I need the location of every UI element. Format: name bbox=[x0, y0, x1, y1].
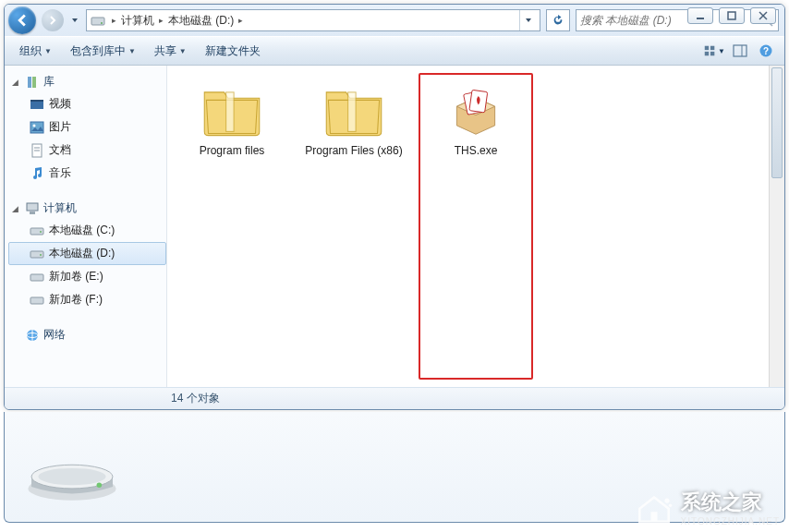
sidebar-item-label: 图片 bbox=[49, 119, 71, 135]
newfolder-label: 新建文件夹 bbox=[205, 43, 261, 59]
drive-icon bbox=[91, 13, 105, 28]
svg-rect-9 bbox=[710, 46, 714, 50]
svg-point-5 bbox=[101, 22, 103, 24]
navigation-pane: ◢库 视频 图片 文档 音乐 ◢计算机 本地磁盘 (C:) 本地磁盘 (D:) … bbox=[5, 66, 167, 387]
sidebar-item-drive-f[interactable]: 新加卷 (F:) bbox=[8, 288, 166, 311]
nav-forward-button[interactable] bbox=[42, 9, 64, 31]
svg-point-43 bbox=[97, 482, 103, 488]
document-icon bbox=[30, 143, 44, 158]
address-bar[interactable]: ▸ 计算机 ▸ 本地磁盘 (D:) ▸ bbox=[86, 9, 540, 31]
sidebar-item-label: 新加卷 (E:) bbox=[49, 269, 103, 284]
computer-icon bbox=[25, 201, 40, 216]
svg-rect-37 bbox=[348, 92, 357, 132]
include-label: 包含到库中 bbox=[70, 43, 126, 59]
file-label: Program files bbox=[200, 144, 265, 159]
organize-button[interactable]: 组织▼ bbox=[12, 40, 59, 63]
help-button[interactable]: ? bbox=[755, 40, 777, 62]
hdd-icon bbox=[30, 293, 44, 308]
sidebar-item-music[interactable]: 音乐 bbox=[8, 162, 166, 185]
svg-rect-17 bbox=[32, 77, 36, 88]
folder-icon bbox=[321, 79, 387, 140]
sidebar-item-drive-d[interactable]: 本地磁盘 (D:) bbox=[8, 242, 166, 265]
svg-rect-12 bbox=[734, 45, 747, 56]
maximize-button[interactable] bbox=[719, 7, 745, 24]
video-icon bbox=[30, 97, 44, 112]
minimize-button[interactable] bbox=[687, 7, 713, 24]
sidebar-item-label: 本地磁盘 (C:) bbox=[49, 223, 115, 238]
computer-node[interactable]: ◢计算机 bbox=[8, 198, 166, 219]
refresh-button[interactable] bbox=[546, 9, 570, 31]
status-bar: 14 个对象 bbox=[5, 387, 784, 409]
svg-rect-25 bbox=[27, 203, 38, 211]
file-label: THS.exe bbox=[455, 144, 498, 159]
sidebar-item-pictures[interactable]: 图片 bbox=[8, 115, 166, 139]
preview-pane-button[interactable] bbox=[729, 40, 751, 62]
content-pane: Program files Program Files (x86) bbox=[167, 66, 784, 387]
sidebar-item-documents[interactable]: 文档 bbox=[8, 139, 166, 162]
svg-rect-4 bbox=[91, 18, 104, 25]
breadcrumb-drive[interactable]: 本地磁盘 (D:) bbox=[166, 13, 236, 29]
svg-rect-0 bbox=[697, 18, 704, 19]
window-controls bbox=[687, 7, 776, 24]
svg-point-28 bbox=[40, 231, 42, 233]
sidebar-item-drive-e[interactable]: 新加卷 (E:) bbox=[8, 265, 166, 288]
close-button[interactable] bbox=[750, 7, 776, 24]
sidebar-item-label: 视频 bbox=[49, 96, 71, 112]
svg-rect-36 bbox=[226, 92, 235, 132]
folder-icon bbox=[199, 79, 265, 140]
address-row: ▸ 计算机 ▸ 本地磁盘 (D:) ▸ bbox=[5, 5, 784, 36]
file-item-folder[interactable]: Program files bbox=[175, 73, 289, 380]
network-label: 网络 bbox=[43, 327, 66, 343]
file-list[interactable]: Program files Program Files (x86) bbox=[167, 66, 784, 387]
svg-rect-27 bbox=[30, 228, 43, 235]
svg-text:?: ? bbox=[763, 46, 769, 56]
scrollbar-thumb[interactable] bbox=[771, 67, 783, 178]
svg-rect-8 bbox=[705, 46, 709, 50]
main-area: ◢库 视频 图片 文档 音乐 ◢计算机 本地磁盘 (C:) 本地磁盘 (D:) … bbox=[5, 66, 784, 387]
svg-point-21 bbox=[33, 124, 36, 127]
libraries-node[interactable]: ◢库 bbox=[8, 71, 166, 92]
details-pane bbox=[4, 412, 785, 523]
svg-rect-1 bbox=[728, 12, 735, 19]
computer-label: 计算机 bbox=[43, 200, 77, 216]
hdd-icon bbox=[30, 247, 44, 261]
svg-rect-29 bbox=[30, 251, 43, 258]
svg-rect-19 bbox=[30, 100, 43, 102]
nav-back-button[interactable] bbox=[8, 6, 36, 34]
svg-rect-32 bbox=[30, 297, 43, 304]
installer-icon bbox=[443, 79, 509, 140]
svg-rect-31 bbox=[30, 274, 43, 281]
network-icon bbox=[25, 328, 40, 343]
sidebar-item-label: 本地磁盘 (D:) bbox=[49, 246, 115, 261]
vertical-scrollbar[interactable] bbox=[769, 66, 784, 387]
include-in-library-button[interactable]: 包含到库中▼ bbox=[63, 40, 143, 63]
svg-point-30 bbox=[40, 254, 42, 256]
picture-icon bbox=[30, 120, 44, 135]
sidebar-item-label: 新加卷 (F:) bbox=[49, 292, 103, 308]
file-item-exe[interactable]: THS.exe bbox=[419, 73, 533, 380]
breadcrumb-computer[interactable]: 计算机 bbox=[119, 13, 156, 29]
file-label: Program Files (x86) bbox=[305, 144, 402, 159]
sidebar-item-videos[interactable]: 视频 bbox=[8, 92, 166, 115]
drive-large-icon bbox=[21, 426, 123, 509]
music-icon bbox=[30, 166, 44, 181]
svg-rect-10 bbox=[705, 52, 709, 55]
share-button[interactable]: 共享▼ bbox=[147, 40, 194, 63]
sidebar-item-drive-c[interactable]: 本地磁盘 (C:) bbox=[8, 219, 166, 242]
svg-rect-26 bbox=[30, 212, 35, 214]
view-options-button[interactable]: ▼ bbox=[703, 40, 725, 62]
network-node[interactable]: ◢网络 bbox=[8, 324, 166, 345]
svg-point-42 bbox=[38, 467, 105, 484]
nav-history-dropdown[interactable] bbox=[69, 9, 80, 31]
libraries-icon bbox=[25, 75, 40, 90]
explorer-window: ▸ 计算机 ▸ 本地磁盘 (D:) ▸ 组织▼ 包含到库中▼ 共享▼ 新建文件夹… bbox=[4, 4, 785, 410]
sidebar-item-label: 文档 bbox=[49, 142, 71, 158]
file-item-folder[interactable]: Program Files (x86) bbox=[297, 73, 411, 380]
svg-rect-16 bbox=[28, 77, 31, 88]
new-folder-button[interactable]: 新建文件夹 bbox=[198, 40, 268, 63]
address-dropdown-icon[interactable] bbox=[519, 10, 536, 30]
hdd-icon bbox=[30, 224, 44, 238]
share-label: 共享 bbox=[154, 43, 176, 59]
svg-rect-20 bbox=[30, 122, 43, 133]
organize-label: 组织 bbox=[19, 43, 42, 59]
